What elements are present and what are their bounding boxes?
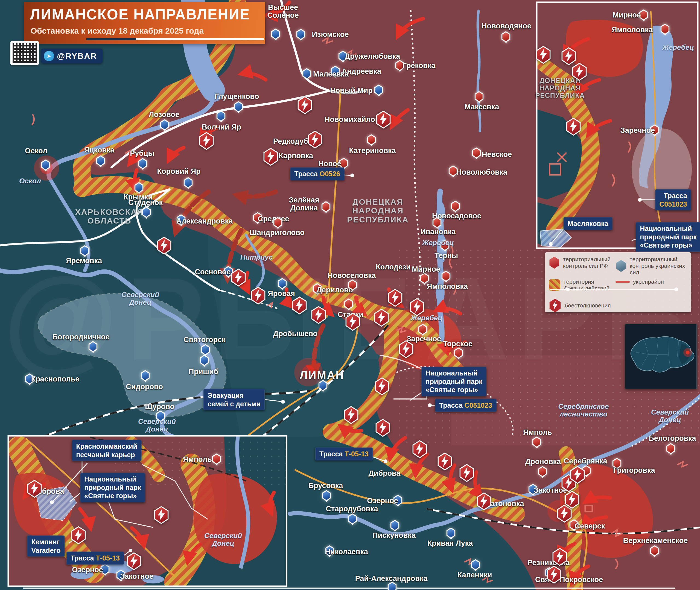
legend-label: боестолкновения xyxy=(564,302,611,309)
page-subtitle: Обстановка к исходу 18 декабря 2025 года xyxy=(31,26,204,35)
legend-divider xyxy=(550,289,678,290)
channel-badge: ➤ @RYBAR xyxy=(41,48,102,64)
channel-name: @RYBAR xyxy=(57,52,97,61)
legend-item: территория боевых действий xyxy=(549,279,610,292)
qr-pattern xyxy=(13,43,37,63)
ukraine-outline xyxy=(625,324,696,389)
scale-bar xyxy=(86,38,264,40)
legend-label: укрепрайон xyxy=(633,279,664,285)
fortified-line-swatch xyxy=(615,281,630,283)
legend-label: территориальный контроль сил РФ xyxy=(563,256,611,269)
rf-control-swatch xyxy=(549,257,560,269)
header-banner: ЛИМАНСКОЕ НАПРАВЛЕНИЕ Обстановка к исход… xyxy=(24,2,265,44)
legend-label: территориальный контроль украинских сил xyxy=(630,256,691,276)
ukraine-locator-map xyxy=(625,324,697,389)
telegram-icon: ➤ xyxy=(44,51,54,61)
legend-item: укрепрайон xyxy=(615,279,664,285)
ua-control-swatch xyxy=(615,260,626,272)
battle-swatch xyxy=(549,299,561,312)
map-infographic: @РЫБАРЬ Высшее СоленоеИзюмскоеДружелюбов… xyxy=(0,0,700,590)
legend-item: территориальный контроль украинских сил xyxy=(615,256,691,276)
page-title: ЛИМАНСКОЕ НАПРАВЛЕНИЕ xyxy=(30,6,250,23)
legend-panel: территориальный контроль сил РФтерритори… xyxy=(545,252,691,312)
legend-item: территориальный контроль сил РФ xyxy=(549,256,611,269)
qr-code xyxy=(10,41,39,65)
legend-label: территория боевых действий xyxy=(563,279,610,292)
legend-item: боестолкновения xyxy=(549,299,611,312)
